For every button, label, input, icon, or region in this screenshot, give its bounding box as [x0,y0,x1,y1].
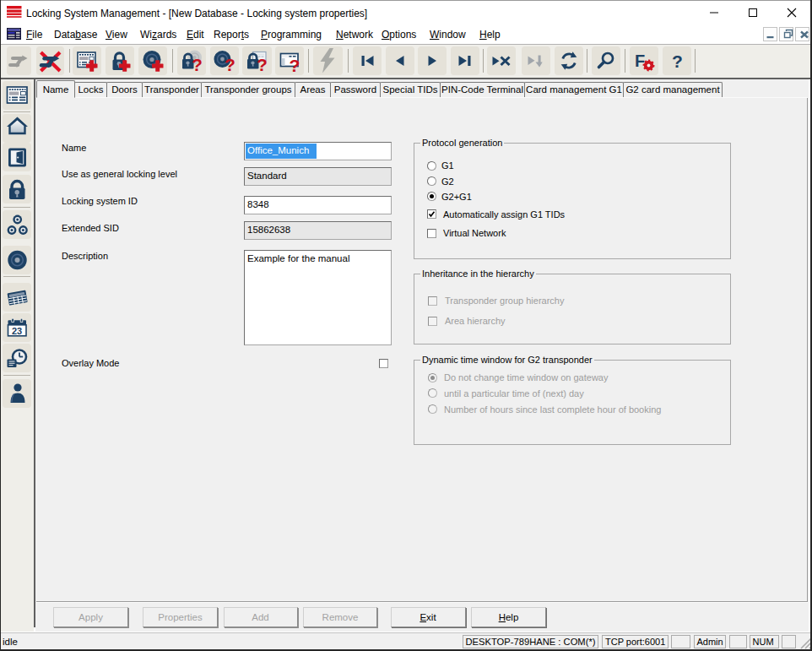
svg-text:F: F [635,52,645,70]
svg-text:?: ? [225,55,235,73]
svg-text:?: ? [290,56,300,73]
svg-text:?: ? [672,52,683,71]
svg-text:?: ? [192,55,203,73]
svg-text:23: 23 [12,326,22,336]
svg-text:?: ? [257,55,268,73]
